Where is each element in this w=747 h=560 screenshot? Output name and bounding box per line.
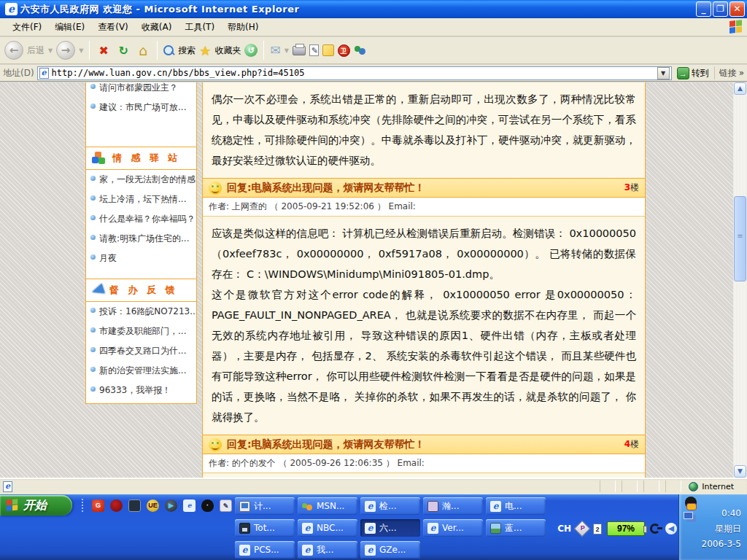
back-button[interactable]: ← xyxy=(4,41,23,60)
scroll-down-button[interactable]: ▼ xyxy=(734,465,746,478)
task-button-active[interactable]: e六... xyxy=(360,519,420,537)
task-button[interactable]: e我... xyxy=(298,541,357,559)
task-button[interactable]: eVer... xyxy=(423,519,483,537)
minimize-button[interactable]: _ xyxy=(696,1,711,17)
sidebar-link[interactable]: 新的治安管理法实施... xyxy=(86,361,196,381)
floor-badge: 4楼 xyxy=(624,438,639,451)
forward-button[interactable]: → xyxy=(56,41,75,60)
task-button[interactable]: eNBC... xyxy=(298,519,357,537)
back-label: 后退 xyxy=(27,44,44,57)
input-method-icon[interactable] xyxy=(574,521,591,537)
show-desktop-icon[interactable]: ✎ xyxy=(220,499,232,512)
menu-help[interactable]: 帮助(H) xyxy=(221,19,265,36)
favorites-star-icon[interactable]: ★ xyxy=(199,43,211,58)
computer-icon xyxy=(239,501,250,512)
task-button[interactable]: 计... xyxy=(235,497,295,515)
post-body-floor2: 偶尔一次不必理会，系统出错是正常的，重新启动即可，出现次数多了，两种情况比较常见… xyxy=(203,82,645,178)
address-dropdown-button[interactable]: ▼ xyxy=(657,67,670,79)
links-bar[interactable]: 链接 » xyxy=(714,66,744,79)
messenger-button[interactable] xyxy=(354,44,366,57)
notepad-tray-icon[interactable]: 2 xyxy=(593,524,602,534)
desktop: e 六安市人民政府网 欢迎您 - Microsoft Internet Expl… xyxy=(0,0,747,560)
bullet-icon xyxy=(90,104,96,109)
bullet-icon xyxy=(90,308,96,313)
sidebar-link[interactable]: 市建委及职能部门，... xyxy=(86,322,196,341)
clock-time: 0:40 xyxy=(702,506,741,521)
sidebar-link[interactable]: 月夜 xyxy=(86,249,196,268)
address-input[interactable]: http://www.luan.gov.cn/bbs/bbs_view.php?… xyxy=(37,66,672,80)
power-plug-icon[interactable] xyxy=(650,524,660,534)
menu-edit[interactable]: 编辑(E) xyxy=(48,19,91,36)
sidebar-link[interactable]: 96333，我举报！ xyxy=(86,381,196,400)
task-button[interactable]: e电... xyxy=(486,497,546,515)
print-button[interactable] xyxy=(293,46,306,55)
search-label[interactable]: 搜索 xyxy=(178,44,196,57)
ie-icon[interactable]: e xyxy=(183,499,196,512)
links-chevron-icon[interactable]: » xyxy=(739,68,744,78)
home-button[interactable]: ⌂ xyxy=(135,42,151,58)
task-button[interactable]: ePCS... xyxy=(235,541,295,559)
start-windows-logo-icon xyxy=(7,499,18,512)
scroll-thumb[interactable] xyxy=(734,196,746,281)
msn-icon xyxy=(302,501,313,512)
notes-button[interactable] xyxy=(322,44,334,56)
tray-collapse-button[interactable]: ◀ xyxy=(665,523,677,534)
commander-icon[interactable] xyxy=(128,499,141,512)
address-url[interactable]: http://www.luan.gov.cn/bbs/bbs_view.php?… xyxy=(52,68,657,78)
restore-button[interactable]: ❐ xyxy=(713,1,728,17)
flashget-icon[interactable]: G xyxy=(92,499,104,512)
scroll-up-button[interactable]: ▲ xyxy=(734,82,746,95)
sidebar-link[interactable]: 投诉：16路皖NO7213... xyxy=(86,302,196,322)
sidebar-link[interactable]: 请教:明珠广场住宅的... xyxy=(86,229,196,249)
antivirus-icon[interactable] xyxy=(110,499,123,512)
sidebar-link[interactable]: 家，一段无法割舍的情感 xyxy=(86,170,196,190)
toolbar-grip[interactable] xyxy=(81,498,84,513)
battery-indicator[interactable]: 97% xyxy=(607,521,645,536)
qq-lock-tray-icon[interactable] xyxy=(685,497,697,508)
task-button[interactable]: eGZe... xyxy=(360,541,420,559)
ie-icon: e xyxy=(302,545,313,556)
network-monitors-icon[interactable] xyxy=(684,512,693,519)
ultraedit-icon[interactable]: UE xyxy=(147,499,159,512)
search-icon[interactable] xyxy=(163,45,174,56)
go-button[interactable]: → 转到 xyxy=(675,67,711,79)
favorites-label[interactable]: 收藏夹 xyxy=(214,44,241,57)
language-indicator[interactable]: CH xyxy=(557,524,571,534)
status-zone: Internet xyxy=(689,482,744,491)
sidebar-link[interactable]: 请问市都蒙园业主？ xyxy=(86,82,196,98)
back-dropdown-icon[interactable]: ▼ xyxy=(48,47,53,54)
sidebar-link[interactable]: 坛上冷清，坛下热情... xyxy=(86,190,196,209)
quick-launch-bar: G UE ▶ e · ✎ xyxy=(79,498,245,513)
history-button[interactable]: ↺ xyxy=(244,44,258,57)
bullet-icon xyxy=(90,215,96,220)
menu-tools[interactable]: 工具(T) xyxy=(178,19,221,36)
task-button[interactable]: e检... xyxy=(360,497,420,515)
menu-view[interactable]: 查看(V) xyxy=(91,19,135,36)
task-button[interactable]: Tot... xyxy=(235,519,295,537)
task-button[interactable]: MSN... xyxy=(298,497,357,515)
security-app-button[interactable]: 卫 xyxy=(338,44,350,57)
sidebar-link[interactable]: 什么是幸福？你幸福吗？ xyxy=(86,209,196,229)
task-button[interactable]: 蓝... xyxy=(486,519,546,537)
vertical-scrollbar[interactable]: ▲ ▼ xyxy=(733,82,747,478)
menu-file[interactable]: 文件(F) xyxy=(6,19,48,36)
media-player-icon[interactable]: ▶ xyxy=(165,499,177,512)
smiley-icon xyxy=(209,438,222,451)
edit-button[interactable] xyxy=(309,44,319,56)
browser-toolbar: ← 后退 ▼ → ▼ ✖ ↻ ⌂ 搜索 ★ 收藏夹 ↺ ✉ ▼ 卫 xyxy=(0,37,747,64)
menu-favorites[interactable]: 收藏(A) xyxy=(135,19,179,36)
bullet-icon xyxy=(90,367,96,372)
qq-icon[interactable]: · xyxy=(201,499,214,512)
reply-header-floor3: 回复:电脑系统出现问题，烦请网友帮帮忙！ 3楼 xyxy=(203,178,645,198)
sidebar-link[interactable]: 四季春交叉路口为什... xyxy=(86,341,196,361)
mail-button[interactable]: ✉ xyxy=(270,43,280,58)
close-button[interactable]: ✕ xyxy=(729,1,745,17)
sidebar-link[interactable]: 建议：市民广场可放... xyxy=(86,98,196,117)
refresh-button[interactable]: ↻ xyxy=(115,42,131,58)
bullet-icon xyxy=(90,327,96,332)
task-button[interactable]: 瀚... xyxy=(423,497,483,515)
forward-dropdown-icon[interactable]: ▼ xyxy=(79,47,83,54)
start-button[interactable]: 开始 xyxy=(0,495,72,516)
stop-button[interactable]: ✖ xyxy=(96,42,112,58)
mail-dropdown-icon[interactable]: ▼ xyxy=(285,47,289,54)
